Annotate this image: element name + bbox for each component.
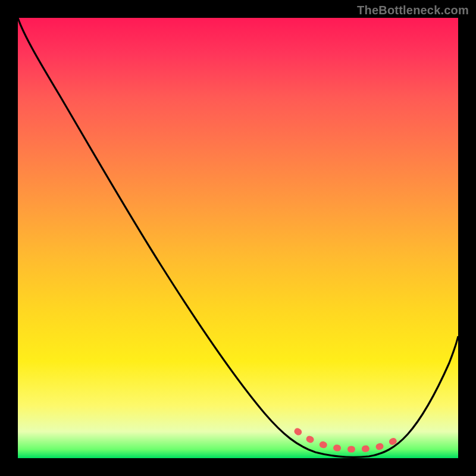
chart-frame: TheBottleneck.com	[0, 0, 476, 476]
optimal-range-line	[298, 431, 396, 449]
watermark-label: TheBottleneck.com	[357, 4, 469, 17]
plot-area	[18, 18, 458, 458]
chart-svg	[18, 18, 458, 458]
bottleneck-curve-line	[18, 18, 458, 457]
